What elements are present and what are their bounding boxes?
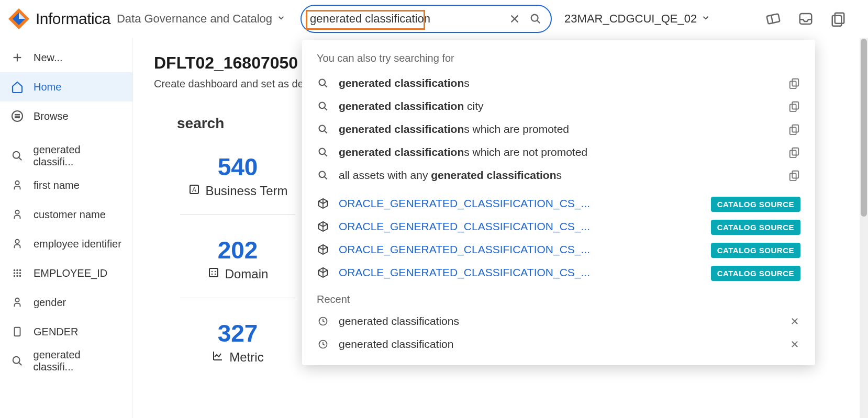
search-suggestion[interactable]: generated classifications which are prom…	[302, 118, 815, 141]
remove-recent-icon[interactable]	[789, 315, 800, 327]
sidebar-item-label: customer name	[34, 209, 106, 221]
svg-rect-49	[792, 102, 798, 109]
sidebar-recent-item[interactable]: employee identifier	[0, 229, 132, 258]
suggestion-text: generated classifications which are not …	[339, 146, 587, 159]
asset-result[interactable]: ORACLE_GENERATED_CLASSIFICATION_CS_...CA…	[302, 238, 815, 261]
asset-result[interactable]: ORACLE_GENERATED_CLASSIFICATION_CS_...CA…	[302, 192, 815, 215]
sidebar-item-label: Browse	[34, 110, 69, 122]
search-icon	[10, 354, 24, 368]
stat-value: 327	[185, 319, 290, 347]
history-icon	[317, 315, 329, 327]
copy-icon[interactable]	[788, 123, 800, 135]
search-suggestion[interactable]: generated classifications which are not …	[302, 141, 815, 164]
svg-line-48	[325, 108, 327, 110]
svg-rect-58	[790, 150, 796, 157]
global-search[interactable]	[301, 5, 552, 33]
recent-search[interactable]: generated classifications	[302, 310, 815, 333]
list-icon	[10, 109, 24, 123]
svg-point-43	[319, 80, 326, 86]
org-switcher[interactable]: 23MAR_CDGCUI_QE_02	[564, 12, 710, 26]
svg-line-6	[537, 20, 540, 24]
search-icon[interactable]	[529, 12, 542, 26]
svg-line-60	[325, 177, 327, 179]
sidebar-item-label: GENDER	[34, 326, 79, 338]
scrollbar-thumb[interactable]	[861, 39, 867, 217]
svg-point-59	[319, 172, 326, 178]
svg-line-56	[325, 154, 327, 156]
sidebar-recent-item[interactable]: generated classifi...	[0, 141, 132, 171]
search-suggestion[interactable]: generated classifications	[302, 72, 815, 95]
svg-point-42	[214, 274, 215, 275]
sidebar-item-label: generated classifi...	[34, 144, 122, 168]
term-icon	[10, 178, 24, 192]
sidebar-recent-item[interactable]: gender	[0, 288, 132, 317]
column-icon	[10, 325, 24, 338]
search-input[interactable]	[310, 12, 498, 26]
svg-point-34	[13, 357, 20, 364]
copy-icon[interactable]	[788, 146, 800, 159]
header-actions	[764, 10, 862, 28]
svg-point-28	[19, 272, 21, 274]
app-switcher[interactable]: Data Governance and Catalog	[117, 12, 286, 26]
search-icon	[317, 123, 329, 135]
chevron-down-icon	[701, 12, 710, 26]
asset-name: ORACLE_GENERATED_CLASSIFICATION_CS_...	[339, 197, 590, 210]
svg-rect-54	[790, 127, 796, 134]
asset-result[interactable]: ORACLE_GENERATED_CLASSIFICATION_CS_...CA…	[302, 215, 815, 238]
inbox-icon[interactable]	[797, 10, 815, 28]
sidebar-recent-item[interactable]: first name	[0, 171, 132, 200]
stat-icon	[207, 266, 220, 282]
svg-point-26	[14, 272, 16, 274]
sidebar-recent-item[interactable]: generated classifi...	[0, 346, 132, 376]
asset-type-badge: CATALOG SOURCE	[711, 197, 800, 212]
stat-label: Domain	[225, 267, 269, 281]
stat-label: Business Term	[206, 184, 288, 198]
recent-text: generated classification	[339, 338, 453, 351]
search-icon	[317, 100, 329, 112]
search-suggestion[interactable]: generated classification city	[302, 95, 815, 118]
term-icon	[10, 237, 24, 251]
asset-name: ORACLE_GENERATED_CLASSIFICATION_CS_...	[339, 266, 590, 279]
svg-point-51	[319, 126, 326, 132]
sidebar-home[interactable]: Home	[0, 72, 132, 101]
svg-point-30	[16, 275, 18, 277]
svg-rect-33	[15, 327, 20, 336]
asset-type-badge: CATALOG SOURCE	[711, 220, 800, 235]
svg-point-27	[16, 272, 18, 274]
recent-search[interactable]: generated classification	[302, 333, 815, 356]
scrollbar[interactable]	[860, 38, 868, 418]
svg-text:A: A	[192, 186, 196, 194]
asset-result[interactable]: ORACLE_GENERATED_CLASSIFICATION_CS_...CA…	[302, 261, 815, 284]
sidebar-item-label: Home	[34, 81, 61, 93]
svg-point-47	[319, 103, 326, 109]
divider	[180, 298, 295, 298]
sidebar-item-label: New...	[34, 52, 63, 64]
svg-point-29	[14, 275, 16, 277]
suggestion-text: generated classifications which are prom…	[339, 123, 569, 135]
svg-rect-38	[209, 268, 218, 277]
search-icon	[317, 77, 329, 89]
svg-rect-62	[790, 173, 796, 180]
ticket-icon[interactable]	[764, 10, 782, 28]
sidebar-new[interactable]: New...	[0, 43, 132, 72]
remove-recent-icon[interactable]	[789, 338, 800, 350]
copy-icon[interactable]	[788, 169, 800, 182]
stat-value: 540	[185, 153, 290, 181]
search-icon	[317, 146, 329, 159]
svg-point-41	[211, 274, 212, 275]
clipboard-icon[interactable]	[829, 10, 847, 28]
stat-label: Metric	[229, 350, 263, 365]
clear-search-icon[interactable]	[508, 12, 521, 26]
recent-section-label: Recent	[302, 284, 815, 310]
copy-icon[interactable]	[788, 77, 800, 89]
home-icon	[10, 80, 24, 94]
divider	[180, 214, 295, 215]
sidebar-browse[interactable]: Browse	[0, 101, 132, 131]
sidebar-recent-item[interactable]: customer name	[0, 200, 132, 229]
search-suggestion[interactable]: all assets with any generated classifica…	[302, 164, 815, 187]
app-name: Data Governance and Catalog	[117, 12, 272, 26]
stat-value: 202	[185, 236, 290, 264]
sidebar-recent-item[interactable]: GENDER	[0, 317, 132, 346]
copy-icon[interactable]	[788, 100, 800, 112]
sidebar-recent-item[interactable]: EMPLOYEE_ID	[0, 258, 132, 288]
